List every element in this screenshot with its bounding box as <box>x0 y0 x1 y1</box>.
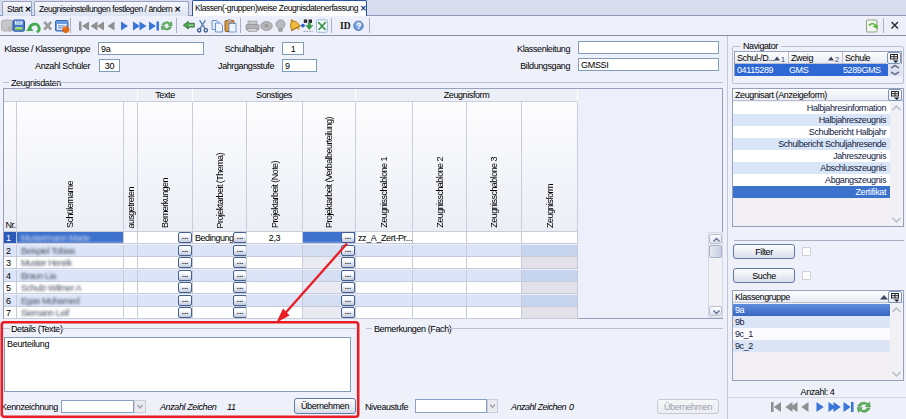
svg-text:?: ? <box>356 21 361 31</box>
svg-text:1: 1 <box>781 55 785 63</box>
svg-text:ID: ID <box>340 21 351 31</box>
svg-text:2: 2 <box>835 55 839 63</box>
